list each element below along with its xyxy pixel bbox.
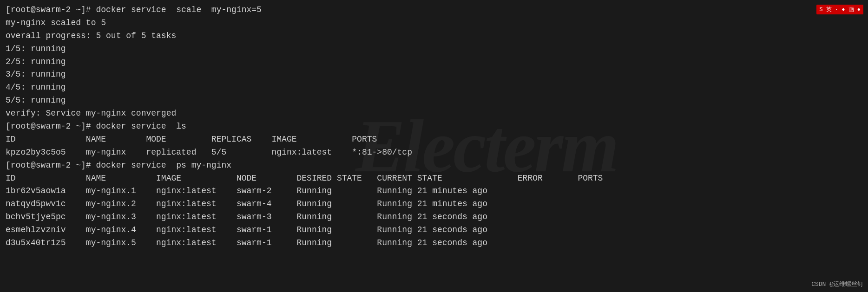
line-19: d3u5x40tr1z5 my-nginx.5 nginx:latest swa…	[6, 237, 862, 250]
line-11: ID NAME MODE REPLICAS IMAGE PORTS	[6, 133, 862, 146]
line-10: [root@swarm-2 ~]# docker service ls	[6, 120, 862, 133]
csdn-badge: CSDN @运维螺丝钉	[811, 280, 863, 288]
line-2: my-nginx scaled to 5	[6, 17, 862, 30]
line-18: esmehlzvzniv my-nginx.4 nginx:latest swa…	[6, 224, 862, 237]
line-4: 1/5: running	[6, 43, 862, 56]
line-14: ID NAME IMAGE NODE DESIRED STATE CURRENT…	[6, 172, 862, 185]
toolbar-badge[interactable]: S 英 · ♦ 画 ♦	[816, 5, 863, 14]
line-6: 3/5: running	[6, 68, 862, 81]
line-16: natqyd5pwv1c my-nginx.2 nginx:latest swa…	[6, 198, 862, 211]
line-5: 2/5: running	[6, 56, 862, 69]
line-15: 1br62v5aow1a my-nginx.1 nginx:latest swa…	[6, 185, 862, 198]
line-3: overall progress: 5 out of 5 tasks	[6, 30, 862, 43]
line-9: verify: Service my-nginx converged	[6, 107, 862, 120]
line-17: bchv5tjye5pc my-nginx.3 nginx:latest swa…	[6, 211, 862, 224]
line-8: 5/5: running	[6, 94, 862, 107]
line-13: [root@swarm-2 ~]# docker service ps my-n…	[6, 159, 862, 172]
line-12: kpzo2by3c5o5 my-nginx replicated 5/5 ngi…	[6, 146, 862, 159]
line-7: 4/5: running	[6, 81, 862, 94]
line-1: [root@swarm-2 ~]# docker service scale m…	[6, 4, 862, 17]
terminal: [root@swarm-2 ~]# docker service scale m…	[0, 0, 868, 253]
